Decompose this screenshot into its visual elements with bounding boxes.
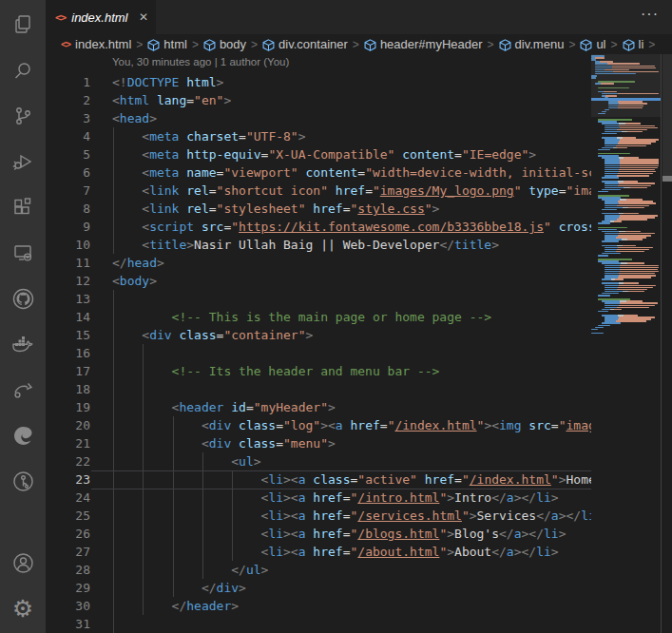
minimap-row	[602, 245, 636, 247]
code-line[interactable]: 12<body>	[46, 272, 591, 290]
code-line[interactable]: 17 <!-- Its the header and menu bar -->	[46, 362, 591, 380]
breadcrumb-item[interactable]: li	[639, 37, 644, 51]
line-number: 30	[46, 597, 90, 615]
scrollbar-thumb[interactable]	[662, 54, 672, 176]
minimap-row	[605, 267, 659, 269]
line-number: 21	[46, 434, 90, 452]
code-line[interactable]: 19 <header id="myHeader">	[46, 398, 591, 416]
code-line[interactable]: 2<html lang="en">	[46, 91, 591, 109]
extensions-icon[interactable]	[0, 184, 46, 230]
explorer-icon[interactable]	[0, 2, 46, 48]
line-number: 25	[46, 507, 90, 525]
code-line[interactable]: 29 </div>	[46, 579, 591, 597]
code-line-text: <!DOCTYPE html>	[112, 73, 223, 91]
line-number: 20	[46, 416, 90, 434]
minimap[interactable]	[591, 54, 661, 633]
line-number: 10	[46, 236, 90, 254]
code-line[interactable]: 15 <div class="container">	[46, 326, 591, 344]
breadcrumb-item[interactable]: ul	[596, 37, 605, 51]
breadcrumb-separator: >	[568, 38, 575, 51]
code-line[interactable]: 11</head>	[46, 254, 591, 272]
code-line[interactable]: 1<!DOCTYPE html>	[46, 73, 591, 91]
line-number: 24	[46, 489, 90, 507]
code-line[interactable]: 9 <script src="https://kit.fontawesome.c…	[46, 218, 591, 236]
minimap-row	[602, 133, 617, 135]
code-line[interactable]: 20 <div class="log"><a href="/index.html…	[46, 416, 591, 434]
breadcrumb-item[interactable]: header#myHeader	[380, 37, 483, 51]
remote-explorer-icon[interactable]	[0, 230, 46, 276]
code-line[interactable]: 28 </ul>	[46, 561, 591, 579]
minimap-row	[605, 163, 659, 164]
account-icon[interactable]	[0, 540, 46, 585]
tab-index-html[interactable]: <> index.html ✕	[46, 0, 156, 34]
github-icon[interactable]	[0, 276, 46, 321]
breadcrumb-separator: >	[648, 38, 655, 51]
edge-devtools-icon[interactable]	[0, 412, 46, 458]
minimap-row	[605, 165, 659, 167]
breadcrumb-item[interactable]: body	[220, 37, 246, 51]
line-number: 3	[46, 109, 90, 127]
symbol-cube-icon	[262, 39, 275, 51]
breadcrumb-separator: >	[488, 38, 494, 51]
more-actions-icon[interactable]: ···	[641, 6, 659, 23]
symbol-cube-icon	[580, 39, 592, 51]
source-control-icon[interactable]	[0, 93, 46, 139]
code-line[interactable]: 10 <title>Nasir Ullah Baig || Web-Develo…	[46, 236, 591, 254]
line-number: 6	[46, 163, 90, 182]
code-line[interactable]: 23 <li><a class="active" href="/index.ht…	[46, 470, 591, 489]
code-line[interactable]: 30 </header>	[46, 597, 591, 615]
code-line[interactable]: 4 <meta charset="UTF-8">	[46, 127, 591, 145]
breadcrumb-item-file[interactable]: index.html	[75, 37, 131, 51]
code-line-text: <div class="log"><a href="/index.html"><…	[112, 416, 591, 434]
settings-gear-icon[interactable]: ⚙	[0, 585, 46, 631]
code-line[interactable]: 13	[46, 290, 591, 308]
code-line[interactable]: 21 <div class="menu">	[46, 434, 591, 452]
minimap-row	[602, 189, 621, 191]
code-line[interactable]: 5 <meta http-equiv="X-UA-Compatible" con…	[46, 145, 591, 163]
code-line[interactable]: 7 <link rel="shortcut icon" href="images…	[46, 182, 591, 200]
line-number: 5	[46, 145, 90, 163]
code-line[interactable]: 31	[46, 615, 591, 633]
breadcrumb-item[interactable]: div.menu	[515, 37, 565, 51]
live-share-icon[interactable]	[0, 367, 46, 412]
code-line-text: <title>Nasir Ullah Baig || Web-Developer…	[112, 236, 499, 254]
code-line[interactable]: 16	[46, 344, 591, 362]
code-line[interactable]: 6 <meta name="viewport" content="width=d…	[46, 163, 591, 182]
line-number: 27	[46, 543, 90, 561]
minimap-row	[598, 295, 610, 297]
minimap-row	[598, 229, 617, 231]
code-line[interactable]: 3<head>	[46, 109, 591, 127]
scrollbar-track[interactable]	[661, 54, 672, 633]
minimap-row	[602, 123, 641, 125]
code-line-text: </head>	[112, 254, 164, 272]
code-line-text: <li><a class="active" href="/index.html"…	[112, 470, 591, 489]
search-icon[interactable]	[0, 48, 46, 93]
code-line[interactable]: 14 <!-- This is the main page or home pa…	[46, 308, 591, 326]
code-line-text: </div>	[112, 579, 246, 597]
minimap-row	[591, 333, 604, 335]
code-line[interactable]: 22 <ul>	[46, 452, 591, 470]
minimap-row	[605, 307, 649, 309]
code-line[interactable]: 18	[46, 380, 591, 398]
tab-close-icon[interactable]: ✕	[139, 10, 148, 24]
run-debug-icon[interactable]	[0, 139, 46, 184]
minimap-row	[605, 167, 658, 169]
minimap-row	[605, 205, 649, 207]
code-line[interactable]: 27 <li><a href="/about.html">About</a></…	[46, 543, 591, 561]
code-editor[interactable]: You, 30 minutes ago | 1 author (You) 1<!…	[46, 54, 672, 633]
code-line[interactable]: 8 <link rel="stylesheet" href="style.css…	[46, 200, 591, 218]
breadcrumb-item[interactable]: div.container	[278, 37, 348, 51]
code-line[interactable]: 26 <li><a href="/blogs.html">Blog's</a><…	[46, 525, 591, 543]
code-line[interactable]: 25 <li><a href="/services.html">Services…	[46, 507, 591, 525]
git-graph-icon[interactable]	[0, 458, 46, 504]
code-line[interactable]: 24 <li><a href="/intro.html">Intro</a></…	[46, 489, 591, 507]
minimap-slider[interactable]	[591, 54, 661, 117]
code-line-text: </header>	[112, 597, 239, 615]
gitlens-blame-annotation[interactable]: You, 30 minutes ago | 1 author (You)	[112, 56, 289, 73]
minimap-row	[602, 240, 619, 242]
docker-icon[interactable]	[0, 321, 46, 367]
code-line-text: <li><a href="/blogs.html">Blog's</a></li…	[112, 525, 566, 543]
breadcrumb-item[interactable]: html	[163, 37, 187, 51]
minimap-row	[605, 143, 651, 144]
minimap-row	[605, 207, 643, 209]
